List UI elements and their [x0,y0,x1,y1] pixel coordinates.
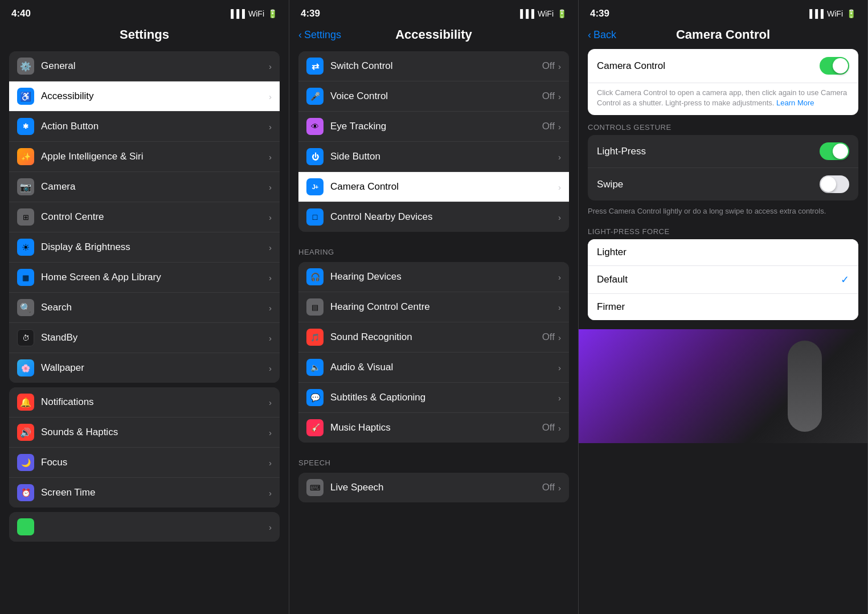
side-button-label: Side Button [330,151,380,162]
switch-control-row[interactable]: ⇄ Switch Control Off › [298,51,569,81]
eye-tracking-row[interactable]: 👁 Eye Tracking Off › [298,112,569,142]
music-haptics-row[interactable]: 🎸 Music Haptics Off › [298,413,569,443]
general-right: › [269,62,272,71]
swipe-description: Press Camera Control lightly or do a lon… [579,203,867,223]
firmer-label: Firmer [597,301,625,313]
display-chevron: › [269,243,272,252]
light-press-force-section: Lighter Default ✓ Firmer [588,239,858,320]
live-speech-row[interactable]: ⌨ Live Speech Off › [298,473,569,502]
sound-recognition-row[interactable]: 🎵 Sound Recognition Off › [298,322,569,353]
audio-visual-row[interactable]: 🔈 Audio & Visual › [298,353,569,383]
status-bar-1: 4:40 ▐▐▐ WiFi 🔋 [0,0,289,24]
accessibility-panel: 4:39 ▐▐▐ WiFi 🔋 ‹ Settings Accessibility… [289,0,579,614]
focus-right: › [269,458,272,468]
settings-row-search[interactable]: 🔍 Search › [9,293,280,323]
control-nearby-row[interactable]: □ Control Nearby Devices › [298,202,569,232]
light-press-force-label: LIGHT-PRESS FORCE [579,224,867,239]
settings-back-button[interactable]: ‹ Settings [298,29,341,41]
status-bar-2: 4:39 ▐▐▐ WiFi 🔋 [289,0,578,24]
settings-row-extra[interactable]: › [9,512,280,542]
settings-row-accessibility[interactable]: ♿ Accessibility › [9,81,280,112]
settings-row-action-button[interactable]: ✱ Action Button › [9,112,280,142]
side-button-icon: ⏻ [306,148,324,165]
sounds-content: Sounds & Haptics › [41,427,272,438]
light-press-toggle[interactable] [820,142,849,160]
back-chevron-3: ‹ [588,29,591,41]
hearing-control-label: Hearing Control Centre [330,301,430,313]
default-row[interactable]: Default ✓ [588,266,858,294]
accessibility-label: Accessibility [41,91,94,102]
back-label: Settings [304,29,341,41]
side-button-row[interactable]: ⏻ Side Button › [298,142,569,172]
hearing-devices-row[interactable]: 🎧 Hearing Devices › [298,262,569,292]
hearing-devices-chevron: › [558,272,561,282]
hearing-control-right: › [558,302,561,312]
general-label: General [41,60,75,72]
hearing-section-header: HEARING [289,236,578,260]
voice-control-content: Voice Control Off › [330,91,561,102]
settings-row-focus[interactable]: 🌙 Focus › [9,448,280,478]
music-haptics-value: Off [542,422,555,433]
settings-row-camera[interactable]: 📷 Camera › [9,172,280,202]
control-nearby-icon: □ [306,208,324,226]
hearing-control-row[interactable]: ▤ Hearing Control Centre › [298,292,569,322]
home-screen-icon: ▦ [17,269,34,286]
sounds-icon: 🔊 [17,424,34,441]
voice-control-chevron: › [558,92,561,101]
search-content: Search › [41,302,272,313]
apple-intelligence-icon: ✨ [17,148,34,165]
control-centre-label: Control Centre [41,211,104,223]
live-speech-content: Live Speech Off › [330,482,561,493]
sound-recognition-value: Off [542,331,555,343]
focus-content: Focus › [41,457,272,468]
settings-row-notifications[interactable]: 🔔 Notifications › [9,387,280,417]
hearing-control-icon: ▤ [306,298,324,316]
wallpaper-icon: 🌸 [17,359,34,376]
settings-row-display[interactable]: ☀ Display & Brightness › [9,232,280,263]
firmer-row[interactable]: Firmer [588,294,858,320]
lighter-row[interactable]: Lighter [588,239,858,266]
settings-row-screen-time[interactable]: ⏰ Screen Time › [9,478,280,507]
accessibility-content: Accessibility › [41,91,272,102]
display-label: Display & Brightness [41,241,130,253]
accessibility-group-top: ⇄ Switch Control Off › 🎤 Voice Control O… [298,51,569,232]
audio-visual-label: Audio & Visual [330,362,393,373]
apple-intelligence-right: › [269,152,272,162]
voice-control-row[interactable]: 🎤 Voice Control Off › [298,81,569,112]
action-button-icon: ✱ [17,118,34,135]
sound-recognition-label: Sound Recognition [330,331,412,343]
camera-control-acc-right: › [558,182,561,192]
side-button-right: › [558,152,561,162]
settings-nav-title: Settings [120,27,169,42]
eye-tracking-icon: 👁 [306,118,324,135]
settings-row-wallpaper[interactable]: 🌸 Wallpaper › [9,353,280,383]
camera-back-button[interactable]: ‹ Back [588,29,616,41]
light-press-label: Light-Press [597,146,646,157]
settings-row-standby[interactable]: ⏱ StandBy › [9,323,280,353]
lighter-label: Lighter [597,247,627,258]
home-screen-right: › [269,273,272,283]
subtitles-row[interactable]: 💬 Subtitles & Captioning › [298,383,569,413]
control-nearby-content: Control Nearby Devices › [330,211,561,223]
status-icons-1: ▐▐▐ WiFi 🔋 [228,9,277,18]
learn-more-link[interactable]: Learn More [776,99,814,107]
settings-row-general[interactable]: ⚙️ General › [9,51,280,81]
focus-label: Focus [41,457,67,468]
settings-row-home-screen[interactable]: ▦ Home Screen & App Library › [9,263,280,293]
controls-gesture-section: Light-Press Swipe [588,135,858,200]
music-haptics-content: Music Haptics Off › [330,422,561,433]
music-haptics-chevron: › [558,423,561,433]
camera-control-toggle[interactable] [820,57,849,75]
settings-row-sounds[interactable]: 🔊 Sounds & Haptics › [9,417,280,448]
display-right: › [269,243,272,252]
swipe-toggle[interactable] [820,175,849,193]
camera-control-acc-row[interactable]: J+ Camera Control › [298,172,569,202]
settings-row-apple-intelligence[interactable]: ✨ Apple Intelligence & Siri › [9,142,280,172]
switch-control-value: Off [542,60,555,72]
live-speech-chevron: › [558,483,561,493]
wallpaper-content: Wallpaper › [41,362,272,374]
audio-visual-content: Audio & Visual › [330,362,561,373]
status-icons-3: ▐▐▐ WiFi 🔋 [806,9,856,18]
standby-content: StandBy › [41,332,272,343]
settings-row-control-centre[interactable]: ⊞ Control Centre › [9,202,280,232]
